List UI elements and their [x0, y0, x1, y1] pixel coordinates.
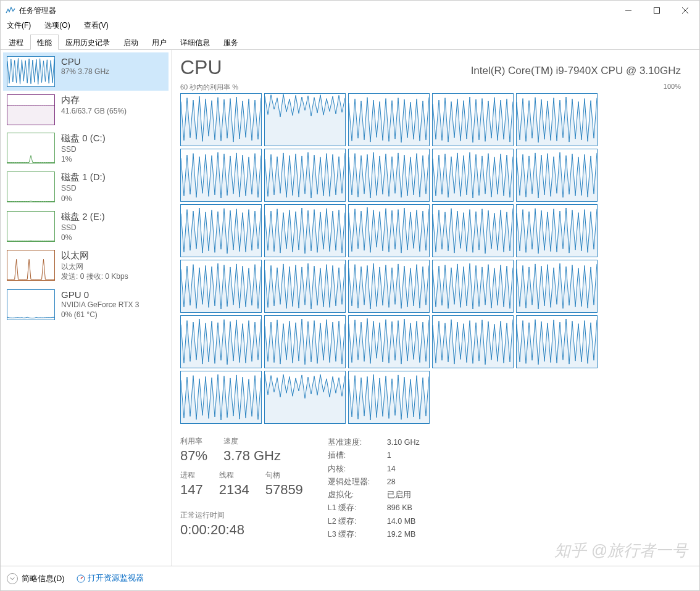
sidebar-item-name: GPU 0	[61, 289, 140, 300]
sidebar-item-sub: 87% 3.78 GHz	[61, 67, 109, 76]
menubar: 文件(F) 选项(O) 查看(V)	[1, 20, 699, 34]
close-button[interactable]	[671, 1, 699, 20]
core-chart-5	[180, 149, 262, 202]
core-chart-2	[348, 93, 430, 146]
core-chart-23	[432, 315, 514, 368]
minimize-button[interactable]	[614, 1, 643, 20]
detail-value: 已启用	[387, 489, 411, 502]
cpu-model: Intel(R) Core(TM) i9-7940X CPU @ 3.10GHz	[471, 65, 681, 77]
sidebar-item-sub: 41.6/63.7 GB (65%)	[61, 106, 127, 116]
detail-row: 内核:14	[328, 463, 420, 476]
sidebar-item-sub: SSD1%	[61, 144, 106, 164]
detail-row: L3 缓存:19.2 MB	[328, 528, 420, 541]
resmon-icon	[77, 574, 85, 583]
thumb-gpu	[7, 289, 55, 320]
detail-label: L3 缓存:	[328, 528, 387, 541]
util-label: 利用率	[180, 436, 207, 447]
sidebar-item-name: 内存	[61, 94, 127, 106]
sidebar-item-gpu-6[interactable]: GPU 0NVIDIA GeForce RTX 30% (61 °C)	[3, 286, 169, 324]
tab-5[interactable]: 详细信息	[173, 35, 217, 50]
sidebar-item-net-5[interactable]: 以太网以太网发送: 0 接收: 0 Kbps	[3, 246, 169, 285]
sidebar-item-name: CPU	[61, 56, 109, 67]
open-resmon-link[interactable]: 打开资源监视器	[77, 573, 144, 584]
core-chart-6	[264, 149, 346, 202]
core-chart-12	[348, 204, 430, 257]
detail-value: 3.10 GHz	[387, 436, 420, 449]
detail-label: 虚拟化:	[328, 489, 387, 502]
uptime-label: 正常运行时间	[180, 510, 303, 521]
core-chart-17	[348, 260, 430, 313]
sidebar-item-cpu-0[interactable]: CPU87% 3.78 GHz	[3, 52, 169, 91]
tabbar: 进程性能应用历史记录启动用户详细信息服务	[1, 34, 699, 50]
axis-right-label: 100%	[664, 83, 681, 92]
core-chart-25	[180, 371, 262, 424]
handles-value: 57859	[265, 482, 303, 498]
detail-label: 内核:	[328, 463, 387, 476]
sidebar-item-disk-4[interactable]: 磁盘 2 (E:)SSD0%	[3, 207, 169, 246]
thumb-net	[7, 250, 55, 281]
sidebar-item-sub: NVIDIA GeForce RTX 30% (61 °C)	[61, 300, 140, 320]
titlebar: 任务管理器	[1, 1, 699, 20]
sidebar-item-name: 磁盘 1 (D:)	[61, 172, 106, 183]
detail-row: 虚拟化:已启用	[328, 489, 420, 502]
sidebar-item-name: 磁盘 0 (C:)	[61, 133, 106, 144]
core-chart-22	[348, 315, 430, 368]
sidebar-item-disk-3[interactable]: 磁盘 1 (D:)SSD0%	[3, 168, 169, 207]
detail-value: 19.2 MB	[387, 528, 416, 541]
sidebar-item-name: 磁盘 2 (E:)	[61, 211, 105, 223]
detail-label: 插槽:	[328, 449, 387, 462]
core-grid[interactable]	[180, 93, 681, 424]
tab-1[interactable]: 性能	[30, 35, 59, 50]
svg-rect-1	[654, 8, 660, 14]
core-chart-20	[180, 315, 262, 368]
svg-line-5	[81, 577, 83, 579]
core-chart-21	[264, 315, 346, 368]
detail-row: L2 缓存:14.0 MB	[328, 515, 420, 528]
maximize-button[interactable]	[643, 1, 671, 20]
speed-value: 3.78 GHz	[223, 448, 281, 464]
detail-label: L1 缓存:	[328, 502, 387, 515]
menu-file[interactable]: 文件(F)	[3, 20, 35, 33]
threads-value: 2134	[219, 482, 249, 498]
sidebar-item-mem-1[interactable]: 内存41.6/63.7 GB (65%)	[3, 91, 169, 129]
chevron-down-icon	[7, 573, 18, 584]
core-chart-9	[516, 149, 598, 202]
tab-2[interactable]: 应用历史记录	[59, 35, 117, 50]
tab-4[interactable]: 用户	[145, 35, 173, 50]
threads-label: 线程	[219, 470, 249, 481]
details-column: 基准速度:3.10 GHz插槽:1内核:14逻辑处理器:28虚拟化:已启用L1 …	[328, 436, 420, 541]
core-chart-7	[348, 149, 430, 202]
core-chart-1	[264, 93, 346, 146]
detail-value: 28	[387, 476, 396, 489]
detail-row: 插槽:1	[328, 449, 420, 462]
detail-label: 逻辑处理器:	[328, 476, 387, 489]
core-chart-24	[516, 315, 598, 368]
sidebar-item-name: 以太网	[61, 250, 128, 262]
sidebar-item-sub: 以太网发送: 0 接收: 0 Kbps	[61, 262, 128, 281]
detail-row: 基准速度:3.10 GHz	[328, 436, 420, 449]
thumb-disk	[7, 211, 55, 242]
core-chart-16	[264, 260, 346, 313]
detail-value: 14	[387, 463, 396, 476]
fewer-details-button[interactable]: 简略信息(D)	[7, 573, 64, 584]
tab-6[interactable]: 服务	[217, 35, 245, 50]
thumb-disk	[7, 133, 55, 163]
thumb-disk	[7, 172, 55, 202]
sidebar-item-disk-2[interactable]: 磁盘 0 (C:)SSD1%	[3, 129, 169, 168]
footer: 简略信息(D) 打开资源监视器	[1, 566, 699, 590]
processes-label: 进程	[180, 470, 203, 481]
open-resmon-label: 打开资源监视器	[88, 574, 144, 582]
sidebar: CPU87% 3.78 GHz内存41.6/63.7 GB (65%)磁盘 0 …	[1, 50, 172, 566]
detail-row: L1 缓存:896 KB	[328, 502, 420, 515]
uptime-value: 0:00:20:48	[180, 522, 303, 538]
tab-3[interactable]: 启动	[117, 35, 145, 50]
core-chart-3	[432, 93, 514, 146]
menu-view[interactable]: 查看(V)	[80, 20, 112, 33]
sidebar-item-sub: SSD0%	[61, 223, 105, 242]
processes-value: 147	[180, 482, 203, 498]
core-chart-10	[180, 204, 262, 257]
tab-0[interactable]: 进程	[2, 35, 30, 50]
menu-options[interactable]: 选项(O)	[41, 20, 73, 33]
core-chart-8	[432, 149, 514, 202]
sidebar-item-sub: SSD0%	[61, 183, 106, 203]
